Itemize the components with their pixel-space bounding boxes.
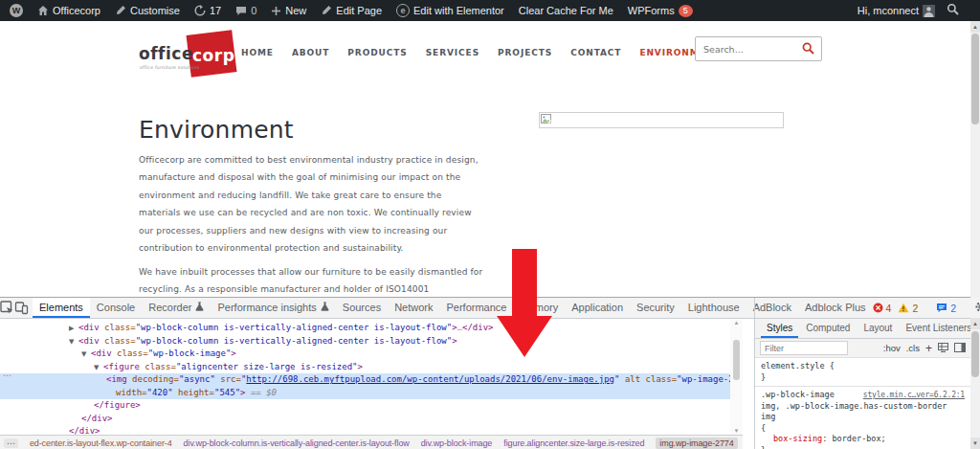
admin-bar-item-wpforms[interactable]: WPForms5 bbox=[628, 5, 693, 17]
admin-bar-item-edit-page[interactable]: Edit Page bbox=[321, 5, 382, 16]
admin-bar-item-17[interactable]: 17 bbox=[194, 5, 221, 16]
site-search-input[interactable] bbox=[696, 44, 802, 55]
breadcrumb-div[interactable]: div.wp-block-column.is-vertically-aligne… bbox=[184, 438, 410, 448]
toggle-hover-state-button[interactable]: :hov bbox=[883, 343, 901, 353]
style-rule-wp-block-image[interactable]: .wp-block-image style.min.c…ver=6.2.2:1 … bbox=[755, 387, 970, 449]
tab-label: Sources bbox=[343, 302, 381, 313]
code-token: class= bbox=[112, 348, 148, 358]
tab-label: Memory bbox=[520, 302, 558, 313]
css-property[interactable]: box-sizing: border-box; bbox=[761, 434, 965, 445]
admin-account-menu[interactable]: Hi, mconnect bbox=[858, 5, 935, 17]
site-logo[interactable]: office corp office furniture solutions bbox=[139, 34, 244, 81]
admin-bar-item-clear-cache-for-me[interactable]: Clear Cache For Me bbox=[519, 5, 613, 16]
code-token: <div bbox=[78, 323, 100, 332]
nav-item-contact[interactable]: CONTACT bbox=[570, 48, 621, 57]
admin-bar-item-edit-with-elementor[interactable]: eEdit with Elementor bbox=[396, 4, 504, 17]
label: Clear Cache For Me bbox=[519, 5, 613, 16]
sidebar-tab-styles[interactable]: Styles bbox=[761, 319, 798, 338]
avatar bbox=[923, 5, 935, 17]
scroll-up-arrow[interactable]: ▲ bbox=[970, 21, 980, 33]
nav-item-projects[interactable]: PROJECTS bbox=[498, 48, 552, 57]
elements-scrollbar[interactable]: ▲ ▼ bbox=[730, 319, 743, 435]
devtools-tab-elements[interactable]: Elements bbox=[33, 298, 90, 318]
code-token: </div> bbox=[462, 323, 494, 332]
dom-node[interactable]: ▼<figure class="aligncenter size-large i… bbox=[0, 361, 743, 374]
styles-scrollbar-thumb[interactable] bbox=[971, 331, 979, 377]
admin-bar-item-wp-logo[interactable]: W bbox=[10, 4, 23, 17]
code-token: <div bbox=[91, 348, 112, 358]
devtools-tab-console[interactable]: Console bbox=[90, 298, 142, 318]
console-errors-badge[interactable]: 4 bbox=[873, 303, 892, 314]
label: 17 bbox=[210, 5, 221, 16]
inspect-element-icon[interactable] bbox=[0, 298, 14, 318]
elements-scrollbar-thumb[interactable] bbox=[733, 340, 740, 380]
computed-panel-toggle-icon[interactable] bbox=[954, 343, 966, 354]
devtools-tab-memory[interactable]: Memory bbox=[513, 298, 565, 318]
dom-node[interactable]: </figure> bbox=[0, 399, 743, 413]
admin-bar-item-customise[interactable]: Customise bbox=[115, 5, 180, 16]
page-scrollbar-thumb[interactable] bbox=[971, 34, 979, 124]
devtools-tab-application[interactable]: Application bbox=[565, 298, 630, 318]
dom-node[interactable]: ▼<div class="wp-block-image"> bbox=[0, 348, 743, 361]
scroll-down-arrow[interactable]: ▼ bbox=[970, 438, 980, 449]
admin-bar-item-0[interactable]: 0 bbox=[235, 5, 256, 16]
styles-filter-input[interactable] bbox=[760, 341, 848, 355]
breadcrumb-overflow[interactable]: ⋯ bbox=[4, 438, 18, 448]
admin-search-icon[interactable] bbox=[947, 2, 959, 19]
admin-bar-item-new[interactable]: New bbox=[271, 5, 306, 16]
settings-gear-icon[interactable] bbox=[974, 301, 980, 316]
page-scrollbar[interactable]: ▲ bbox=[970, 21, 980, 298]
breadcrumb-div[interactable]: div.wp-block-image bbox=[421, 438, 493, 448]
code-token: "async" bbox=[179, 374, 215, 384]
devtools-tab-performance-insights[interactable]: Performance insights bbox=[211, 298, 335, 318]
devtools-tab-security[interactable]: Security bbox=[630, 298, 681, 318]
new-style-rule-button[interactable]: + bbox=[925, 342, 932, 355]
dom-node[interactable]: ▼<div class="wp-block-column is-vertical… bbox=[0, 335, 743, 348]
devtools-tab-network[interactable]: Network bbox=[388, 298, 439, 318]
style-rule-inline[interactable]: element.style { } bbox=[755, 358, 970, 387]
scroll-down-arrow[interactable]: ▼ bbox=[730, 428, 743, 434]
tab-label: Lighthouse bbox=[688, 302, 740, 313]
tab-label: AdBlock bbox=[753, 302, 791, 313]
node-options-ellipsis[interactable]: ⋯ bbox=[3, 370, 11, 380]
notification-badge: 5 bbox=[679, 5, 693, 17]
dom-node-selected[interactable]: <img decoding="async" src="http://698.ce… bbox=[0, 373, 743, 387]
dom-node-selected[interactable]: width="420" height="545"> == $0 bbox=[0, 387, 743, 400]
code-token: src= bbox=[215, 374, 241, 384]
device-toolbar-icon[interactable] bbox=[14, 298, 29, 318]
console-warnings-badge[interactable]: 2 bbox=[898, 303, 918, 314]
nav-item-home[interactable]: HOME bbox=[241, 48, 274, 57]
styles-scrollbar[interactable]: ▲ ▼ bbox=[970, 318, 980, 449]
devtools-tab-performance[interactable]: Performance bbox=[440, 298, 514, 318]
resource-link[interactable]: http://698.ceb.myftpupload.com/wp-conten… bbox=[246, 374, 614, 384]
devtools-tab-adblock-plus[interactable]: Adblock Plus bbox=[798, 298, 873, 318]
scroll-up-arrow[interactable]: ▲ bbox=[970, 318, 980, 329]
dom-node[interactable]: </div> bbox=[0, 413, 743, 426]
site-search-box[interactable] bbox=[695, 36, 822, 61]
tab-label: Console bbox=[97, 302, 135, 313]
breadcrumb-figure[interactable]: figure.aligncenter.size-large.is-resized bbox=[503, 438, 644, 448]
nav-item-about[interactable]: ABOUT bbox=[292, 48, 329, 57]
devtools-tab-sources[interactable]: Sources bbox=[336, 298, 388, 318]
nav-item-services[interactable]: SERVICES bbox=[426, 48, 479, 57]
toggle-class-button[interactable]: .cls bbox=[906, 343, 920, 353]
nav-item-products[interactable]: PRODUCTS bbox=[347, 48, 407, 57]
tab-label: Network bbox=[394, 302, 433, 313]
breadcrumb-img[interactable]: img.wp-image-2774 bbox=[656, 438, 737, 449]
devtools-tab-lighthouse[interactable]: Lighthouse bbox=[681, 298, 746, 318]
rule-selector: .wp-block-image bbox=[761, 390, 835, 401]
admin-bar-item-officecorp[interactable]: Officecorp bbox=[37, 5, 100, 16]
plus-icon bbox=[271, 6, 281, 16]
scroll-up-arrow[interactable]: ▲ bbox=[730, 320, 743, 326]
grid-editor-icon[interactable] bbox=[938, 343, 948, 354]
sidebar-tab-event-listeners[interactable]: Event Listeners bbox=[900, 319, 970, 338]
sidebar-tab-computed[interactable]: Computed bbox=[800, 319, 856, 338]
dom-node[interactable]: ▶<div class="wp-block-column is-vertical… bbox=[0, 322, 743, 335]
site-search-icon[interactable] bbox=[802, 40, 814, 58]
sidebar-tab-layout[interactable]: Layout bbox=[858, 319, 898, 338]
stylesheet-link[interactable]: style.min.c…ver=6.2.2:1 bbox=[863, 390, 965, 401]
breadcrumb-ed-center[interactable]: ed-center.is-layout-flex.wp-container-4 bbox=[30, 438, 172, 448]
issues-badge[interactable]: 2 bbox=[936, 303, 956, 314]
code-token: ▼ bbox=[81, 348, 91, 362]
devtools-tab-recorder[interactable]: Recorder bbox=[142, 298, 211, 318]
